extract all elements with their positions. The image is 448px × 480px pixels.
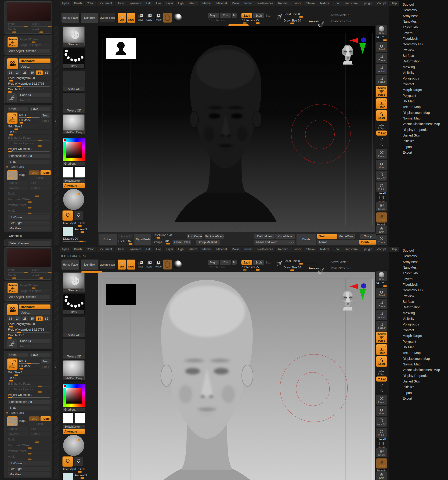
transp-toggle[interactable]: Transp: [376, 202, 387, 211]
scroll-button[interactable]: Scroll: [376, 42, 387, 52]
menu-item[interactable]: Transform: [342, 1, 360, 6]
menu-item[interactable]: Marker: [200, 247, 213, 252]
depth-slider[interactable]: Depth: [8, 28, 27, 32]
rgb-button[interactable]: Rgb: [220, 13, 231, 18]
alternate-toggle[interactable]: Alternate: [63, 429, 85, 434]
xyz-toggle[interactable]: XYZ: [376, 130, 387, 136]
select-camera-button[interactable]: Select Camera: [8, 241, 50, 246]
menu-item[interactable]: Macro: [187, 1, 200, 6]
up-down-row[interactable]: Up-Down: [8, 461, 50, 466]
imbed-slider[interactable]: Imbed: [31, 274, 50, 278]
menu-item[interactable]: Preferences: [255, 247, 275, 252]
backfacemask-button[interactable]: BackfaceMask: [205, 234, 224, 239]
redo-button[interactable]: Redo 0: [18, 344, 50, 348]
pline-button[interactable]: PLine: [40, 170, 51, 175]
camera-lock-button[interactable]: [7, 93, 17, 102]
light-1-toggle[interactable]: [62, 456, 73, 467]
camera-lock-button[interactable]: [7, 339, 17, 348]
floor-button[interactable]: Y Z Floor: [7, 358, 18, 370]
menu-item[interactable]: Color: [85, 1, 96, 6]
mirror-and-weld-button[interactable]: Mirror And Weldx y z: [254, 240, 295, 245]
left-right-row[interactable]: Left-Right: [8, 221, 50, 225]
zoom-button[interactable]: Zoom: [376, 299, 387, 309]
ghost-toggle[interactable]: Ghost: [376, 212, 387, 223]
crop-factor-slider[interactable]: Crop factor 1: [8, 334, 50, 338]
menu-item[interactable]: Material: [214, 1, 229, 6]
menu-item[interactable]: Stroke: [304, 1, 317, 6]
vertical-offset-slider[interactable]: Vertical Offset: [8, 203, 50, 208]
tool-menu-item[interactable]: Polygroups: [403, 321, 448, 327]
smt-toggle[interactable]: Smt: [317, 234, 337, 239]
tool-menu-item[interactable]: Visibility: [403, 316, 448, 321]
camera-button[interactable]: [7, 58, 18, 69]
tool-menu-item[interactable]: Export: [403, 395, 448, 401]
secondary-color-swatch[interactable]: [74, 412, 85, 424]
blur-slider[interactable]: Blur 2: [164, 240, 172, 244]
rotate-button[interactable]: R Rotate: [154, 14, 163, 21]
dynamesh-button[interactable]: DynaMesh: [135, 234, 151, 245]
rgb-button[interactable]: Rgb: [220, 260, 231, 265]
auto-adjust-distance-button[interactable]: Auto Adjust Distance: [7, 295, 50, 299]
group-button[interactable]: Group: [360, 234, 376, 239]
horizontal-offset-slider[interactable]: Horizontal Offset: [8, 444, 50, 448]
solo-toggle[interactable]: Solo: [376, 471, 387, 480]
undo-button[interactable]: Undo 14: [18, 93, 50, 97]
texture-picker[interactable]: Texture Off: [63, 92, 85, 113]
m-button[interactable]: M: [232, 260, 237, 265]
sculpt-canvas[interactable]: [98, 272, 376, 480]
rotate-y-button[interactable]: [376, 382, 387, 387]
zadd-button[interactable]: Zadd: [241, 260, 252, 265]
spix-slider[interactable]: SPix 7: [376, 282, 387, 286]
tool-menu-item[interactable]: Vector Displacement Map: [403, 367, 448, 373]
tiles-slider[interactable]: Tiles 6: [8, 130, 50, 135]
menu-item[interactable]: Movie: [230, 1, 242, 6]
menu-item[interactable]: Alpha: [60, 1, 71, 6]
horizontal-button[interactable]: Horizontal: [19, 58, 50, 63]
tool-menu-item[interactable]: Polygroups: [403, 76, 448, 81]
stroke-picker[interactable]: Dots: [63, 294, 85, 314]
del-hidden-button[interactable]: Del Hidden: [254, 234, 275, 239]
z-intensity-slider[interactable]: Z Intensity 25: [241, 266, 274, 270]
imbed-slider[interactable]: Imbed: [31, 28, 50, 32]
menu-item[interactable]: Layer: [164, 1, 175, 6]
menu-item[interactable]: Dynamics: [127, 1, 143, 6]
menu-item[interactable]: Brush: [72, 1, 84, 6]
tool-menu-item[interactable]: Geometry HD: [403, 41, 448, 47]
groups-label[interactable]: Groups: [152, 240, 162, 245]
floor-button[interactable]: Y Z Floor: [7, 113, 18, 124]
menu-item[interactable]: Zscript: [375, 1, 388, 6]
angle-of-view-slider[interactable]: Angle Of View: [19, 284, 50, 288]
live-boolean-button[interactable]: Live Boolean: [99, 260, 115, 269]
accept-button[interactable]: Accept: [118, 234, 133, 239]
angle-slider[interactable]: Angle: [8, 209, 50, 213]
stroke-picker[interactable]: Dots: [63, 48, 85, 69]
zoom3d-button[interactable]: Zoom3D: [376, 171, 387, 181]
menu-item[interactable]: Zplugin: [360, 1, 374, 6]
adjust-button[interactable]: Adjust: [8, 427, 28, 431]
brush-picker[interactable]: Standard: [63, 272, 85, 293]
tool-menu-item[interactable]: Import: [403, 390, 448, 395]
thick-slider[interactable]: Thick 0.02: [118, 240, 134, 244]
one-button[interactable]: One: [29, 170, 40, 175]
menu-item[interactable]: Preferences: [255, 1, 275, 6]
one-button[interactable]: One: [29, 416, 40, 421]
mergedown-button[interactable]: MergeDown: [338, 234, 355, 239]
color-picker[interactable]: [63, 384, 85, 407]
vertical-offset-slider[interactable]: Vertical Offset: [8, 449, 50, 454]
xyz-toggle[interactable]: XYZ: [376, 376, 387, 381]
divide-button[interactable]: Divide: [297, 234, 316, 245]
tool-menu-item[interactable]: FiberMesh: [403, 36, 448, 41]
menu-item[interactable]: Edit: [144, 247, 154, 252]
mirror-button[interactable]: Mirrorx y z: [317, 240, 366, 245]
light-intensity-slider[interactable]: Intensity 0.51418: [63, 222, 85, 226]
rotate-z-button[interactable]: [376, 142, 387, 147]
vertical-button[interactable]: Vertical: [19, 64, 50, 69]
live-boolean-button[interactable]: Live Boolean: [99, 13, 115, 23]
redo-button[interactable]: Redo 0: [18, 98, 50, 102]
tool-menu-item[interactable]: Display Properties: [403, 373, 448, 379]
brush-picker[interactable]: Standard: [63, 26, 85, 47]
rotate-3d-button[interactable]: Rotate: [376, 428, 387, 438]
focal-preset-button[interactable]: 24: [14, 316, 21, 321]
tool-menu-item[interactable]: Layers: [403, 30, 448, 36]
menu-item[interactable]: File: [154, 1, 163, 6]
